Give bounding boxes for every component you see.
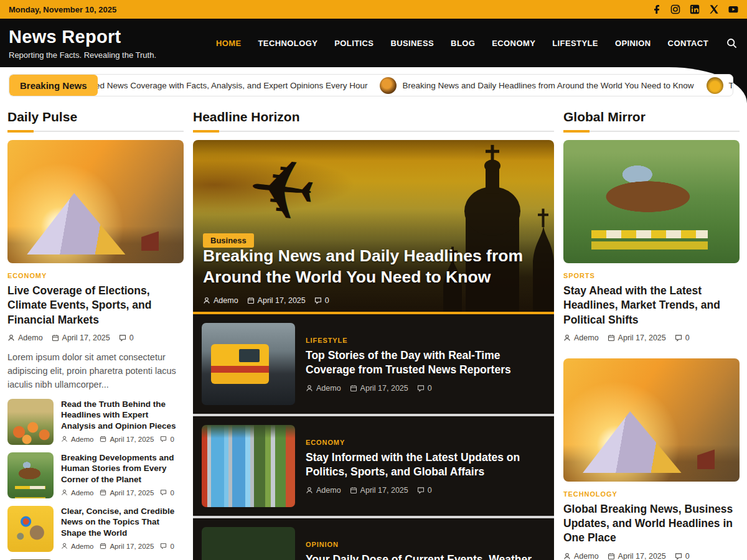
search-icon[interactable]	[726, 38, 737, 49]
calendar-icon	[608, 334, 615, 342]
ticker-item-text[interactable]: Top Stories of the Day with Real-Time Co…	[729, 81, 734, 90]
list-item-thumbnail[interactable]	[202, 323, 295, 405]
article-image[interactable]	[563, 358, 740, 482]
facebook-icon[interactable]	[651, 4, 661, 14]
site-branding[interactable]: News Report Reporting the Facts. Reveali…	[9, 27, 156, 60]
calendar-icon	[350, 487, 357, 494]
site-title[interactable]: News Report	[9, 27, 156, 47]
nav-contact[interactable]: CONTACT	[668, 39, 708, 48]
category-link[interactable]: LIFESTYLE	[306, 337, 545, 344]
hero-meta: Ademo April 17, 2025 0	[203, 296, 329, 305]
ticker-item[interactable]: Top Stories of the Day with Real-Time Co…	[707, 77, 734, 94]
headline-horizon-section: Headline Horizon ✈	[193, 108, 554, 560]
author-meta: Ademo	[7, 334, 43, 342]
topbar: Monday, November 10, 2025	[0, 0, 747, 19]
featured-article-image[interactable]	[7, 140, 184, 263]
ticker-item[interactable]: Unbiased News Coverage with Facts, Analy…	[69, 81, 367, 90]
nav-blog[interactable]: BLOG	[451, 39, 475, 48]
hero-title[interactable]: Breaking News and Daily Headlines from A…	[203, 246, 544, 288]
comment-icon	[675, 334, 682, 342]
nav-lifestyle[interactable]: LIFESTYLE	[552, 39, 598, 48]
article-card: TECHNOLOGY Global Breaking News, Busines…	[563, 358, 740, 560]
airplane-silhouette: ✈	[243, 140, 321, 241]
nav-business[interactable]: BUSINESS	[390, 39, 434, 48]
comment-icon	[160, 489, 167, 496]
youtube-icon[interactable]	[728, 4, 738, 14]
nav-home[interactable]: HOME	[216, 39, 242, 48]
global-mirror-section: Global Mirror SPORTS Stay Ahead with the…	[563, 108, 740, 560]
nav-technology[interactable]: TECHNOLOGY	[258, 39, 318, 48]
category-link[interactable]: ECONOMY	[306, 439, 545, 446]
article-card: SPORTS Stay Ahead with the Latest Headli…	[563, 140, 740, 342]
post-title[interactable]: Read the Truth Behind the Headlines with…	[61, 399, 184, 432]
post-meta: Ademo April 17, 2025 0	[61, 436, 184, 443]
post-meta: Ademo April 17, 2025 0	[7, 334, 184, 342]
calendar-icon	[100, 436, 106, 442]
post-meta: Ademo April 17, 2025 0	[563, 552, 740, 560]
list-item: OPINION Your Daily Dose of Current Event…	[193, 518, 554, 560]
list-item: Read the Truth Behind the Headlines with…	[7, 399, 184, 445]
post-meta: Ademo April 17, 2025 0	[306, 486, 545, 495]
list-item-thumbnail[interactable]	[202, 425, 295, 507]
nav-politics[interactable]: POLITICS	[334, 39, 374, 48]
calendar-icon	[52, 334, 59, 342]
comment-icon	[675, 553, 682, 560]
post-title[interactable]: Stay Ahead with the Latest Headlines, Ma…	[563, 284, 740, 327]
ticker-thumb-truck	[707, 77, 723, 94]
post-title[interactable]: Top Stories of the Day with Real-Time Co…	[306, 348, 545, 378]
category-link[interactable]: TECHNOLOGY	[563, 490, 740, 498]
person-icon	[203, 297, 210, 304]
hero-article[interactable]: ✈ Business Breaking News and Daily	[193, 140, 554, 314]
ticker-thumb-plane	[380, 77, 397, 94]
post-meta: Ademo April 17, 2025 0	[61, 489, 184, 497]
ticker-item-text[interactable]: Unbiased News Coverage with Facts, Analy…	[69, 81, 367, 90]
list-item-thumbnail[interactable]	[202, 527, 295, 560]
section-rule	[563, 131, 740, 132]
main-content: Daily Pulse ECONOMY Live Coverage of Ele…	[0, 103, 747, 560]
section-rule	[7, 131, 184, 132]
post-meta: Ademo April 17, 2025 0	[306, 384, 545, 393]
person-icon	[563, 553, 571, 560]
list-item: ECONOMY Stay Informed with the Latest Up…	[193, 416, 554, 516]
featured-article: ECONOMY Live Coverage of Elections, Clim…	[7, 140, 184, 391]
person-icon	[61, 436, 68, 442]
list-item-thumbnail[interactable]	[7, 452, 54, 498]
comment-icon	[160, 436, 167, 442]
post-title[interactable]: Clear, Concise, and Credible News on the…	[61, 506, 184, 539]
nav-opinion[interactable]: OPINION	[615, 39, 651, 48]
post-excerpt: Lorem ipsum dolor sit amet consectetur a…	[7, 350, 184, 391]
x-icon[interactable]	[709, 4, 719, 14]
category-link[interactable]: OPINION	[306, 541, 545, 548]
category-link[interactable]: SPORTS	[563, 272, 740, 279]
breaking-news-ticker: Breaking News Unbiased News Coverage wit…	[9, 74, 733, 96]
list-item-thumbnail[interactable]	[7, 399, 54, 445]
ticker-item[interactable]: Breaking News and Daily Headlines from A…	[380, 77, 693, 94]
category-link[interactable]: ECONOMY	[7, 272, 184, 279]
daily-pulse-section: Daily Pulse ECONOMY Live Coverage of Ele…	[7, 108, 184, 560]
section-title-daily-pulse: Daily Pulse	[7, 110, 184, 124]
list-item: Clear, Concise, and Credible News on the…	[7, 506, 184, 552]
post-title[interactable]: Live Coverage of Elections, Climate Even…	[7, 284, 184, 327]
person-icon	[61, 543, 68, 549]
instagram-icon[interactable]	[670, 4, 680, 14]
center-article-list: LIFESTYLE Top Stories of the Day with Re…	[193, 314, 554, 560]
linkedin-icon[interactable]	[690, 4, 700, 14]
ticker-track: Unbiased News Coverage with Facts, Analy…	[9, 77, 733, 94]
comment-icon	[160, 543, 167, 549]
comment-icon	[417, 487, 425, 494]
ticker-curved-panel: Breaking News Unbiased News Coverage wit…	[0, 67, 747, 103]
post-title[interactable]: Global Breaking News, Business Updates, …	[563, 502, 740, 546]
list-item: Breaking Developments and Human Stories …	[7, 452, 184, 498]
calendar-icon	[100, 543, 106, 549]
article-image[interactable]	[563, 140, 740, 263]
post-title[interactable]: Breaking Developments and Human Stories …	[61, 452, 184, 485]
comment-icon	[314, 297, 322, 304]
list-item-thumbnail[interactable]	[7, 506, 54, 552]
post-title[interactable]: Stay Informed with the Latest Updates on…	[306, 450, 545, 480]
comments-meta: 0	[119, 334, 134, 342]
person-icon	[306, 487, 313, 494]
post-title[interactable]: Your Daily Dose of Current Events, Weath…	[306, 553, 545, 560]
calendar-icon	[608, 553, 615, 560]
ticker-item-text[interactable]: Breaking News and Daily Headlines from A…	[402, 81, 693, 90]
nav-economy[interactable]: ECONOMY	[492, 39, 535, 48]
